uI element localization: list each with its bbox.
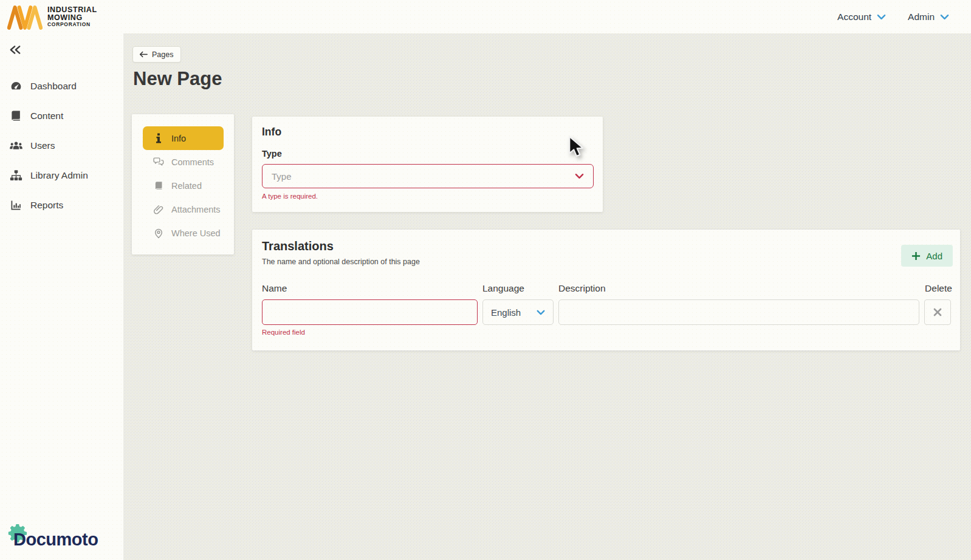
users-icon [9, 139, 23, 152]
column-header-description: Description [558, 283, 919, 294]
sitemap-icon [9, 169, 23, 182]
column-header-language: Language [482, 283, 554, 294]
sidebar-item-users[interactable]: Users [0, 131, 123, 160]
tab-attachments[interactable]: Attachments [143, 197, 224, 221]
translation-language-select[interactable]: English [482, 299, 554, 325]
info-panel-title: Info [262, 126, 594, 138]
bar-chart-icon [9, 199, 23, 211]
translation-name-input[interactable] [262, 299, 478, 325]
paperclip-icon [153, 204, 164, 215]
book-icon [9, 109, 23, 122]
page-title: New Page [133, 68, 222, 90]
company-logo-icon [7, 4, 43, 30]
tab-where-used[interactable]: Where Used [143, 221, 224, 245]
sidebar-collapse-button[interactable] [9, 42, 27, 58]
translations-title: Translations [262, 239, 420, 253]
sidebar-item-content[interactable]: Content [0, 101, 123, 131]
sidebar-item-library-admin[interactable]: Library Admin [0, 160, 123, 190]
main-content: Pages New Page Info Comments Rela [123, 33, 971, 560]
column-header-name: Name [262, 283, 478, 294]
chevron-down-icon [575, 173, 584, 179]
documoto-logo: Documoto [5, 525, 120, 553]
info-icon [153, 133, 164, 143]
related-book-icon [153, 180, 164, 191]
tab-related[interactable]: Related [143, 174, 224, 197]
chevron-down-icon [940, 14, 949, 20]
plus-icon [911, 251, 921, 261]
name-required-error: Required field [262, 329, 478, 336]
sidebar-item-reports[interactable]: Reports [0, 190, 123, 220]
tab-comments[interactable]: Comments [143, 150, 224, 174]
sidebar: Dashboard Content Users Library Admin [0, 33, 123, 560]
dashboard-gauge-icon [9, 80, 23, 92]
translation-description-input[interactable] [558, 299, 919, 325]
sidebar-item-dashboard[interactable]: Dashboard [0, 71, 123, 101]
type-label: Type [262, 149, 594, 159]
company-logo[interactable]: INDUSTRIAL MOWING CORPORATION [7, 4, 97, 30]
type-select-placeholder: Type [272, 171, 292, 182]
translations-subtitle: The name and optional description of thi… [262, 258, 420, 266]
tab-info[interactable]: Info [143, 126, 224, 150]
documoto-wordmark: Documoto [13, 530, 98, 550]
translations-panel: Translations The name and optional descr… [252, 230, 960, 350]
info-panel: Info Type Type A type is required. [252, 117, 603, 212]
topbar: INDUSTRIAL MOWING CORPORATION Account Ad… [0, 0, 971, 33]
back-to-pages-button[interactable]: Pages [132, 46, 181, 63]
map-marker-icon [153, 228, 164, 239]
delete-translation-button[interactable] [924, 299, 951, 325]
add-translation-button[interactable]: Add [901, 245, 953, 267]
chevron-down-icon [877, 14, 886, 20]
chevron-down-icon [537, 310, 545, 315]
type-error-message: A type is required. [262, 193, 594, 200]
chevrons-left-icon [9, 45, 27, 55]
account-menu[interactable]: Account [837, 12, 886, 22]
sidebar-nav: Dashboard Content Users Library Admin [0, 71, 123, 220]
company-name: INDUSTRIAL MOWING CORPORATION [47, 6, 97, 27]
admin-menu[interactable]: Admin [908, 12, 949, 22]
page-tabs: Info Comments Related Attachments [132, 114, 234, 254]
type-select[interactable]: Type [262, 164, 594, 188]
x-icon [933, 308, 942, 316]
translations-table: Name Language Description Delete English [262, 283, 953, 336]
arrow-left-icon [139, 51, 148, 58]
column-header-delete: Delete [924, 283, 953, 294]
comments-icon [153, 157, 164, 167]
